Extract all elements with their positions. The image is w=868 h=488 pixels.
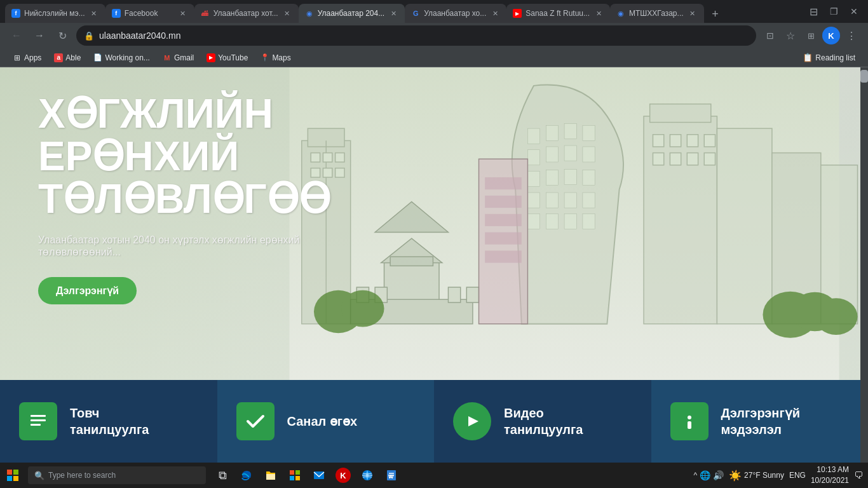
bookmark-maps[interactable]: 📍 Maps — [255, 51, 295, 64]
scrollbar[interactable] — [860, 67, 868, 463]
card-give-feedback[interactable]: Санал өгөх — [217, 380, 435, 463]
svg-rect-63 — [31, 415, 46, 417]
tab-7-close[interactable]: ✕ — [688, 8, 698, 18]
tray-network[interactable]: 🌐 — [700, 470, 710, 480]
notifications-icon[interactable]: 🗨 — [854, 470, 863, 480]
youtube-icon: ▶ — [207, 53, 215, 62]
svg-rect-20 — [564, 170, 576, 185]
forward-button[interactable]: → — [31, 27, 48, 44]
tab-3-close[interactable]: ✕ — [282, 8, 292, 18]
taskbar-app-k[interactable]: K — [332, 464, 355, 487]
taskbar-search-input[interactable] — [48, 471, 200, 480]
hero-cta-button[interactable]: Дэлгэрэнгүй — [38, 277, 137, 304]
card-4-label-line1: Дэлгэрэнгүй — [721, 405, 801, 421]
svg-rect-72 — [13, 476, 18, 481]
tab-4-close[interactable]: ✕ — [388, 8, 398, 18]
tab-1-favicon: f — [11, 9, 20, 18]
card-3-icon — [453, 402, 491, 440]
tray-expand[interactable]: ^ — [693, 471, 697, 480]
card-video-intro[interactable]: Видео танилцуулга — [434, 380, 651, 463]
svg-rect-36 — [670, 135, 681, 147]
chrome-browser: f Нийслэлийн мэ... ✕ f Facebook ✕ 🏙 Улаа… — [0, 0, 868, 67]
menu-icon[interactable]: ⋮ — [843, 27, 860, 44]
svg-rect-15 — [546, 147, 558, 162]
clock[interactable]: 10:13 AM 10/20/2021 — [811, 464, 849, 486]
tab-2[interactable]: f Facebook ✕ — [105, 4, 194, 23]
tab-2-title: Facebook — [125, 9, 174, 18]
bookmark-able[interactable]: a Able — [49, 51, 86, 64]
taskbar-word[interactable]: W — [380, 464, 403, 487]
tab-4[interactable]: ◉ Улаанбаатар 204... ✕ — [299, 4, 405, 23]
svg-rect-30 — [644, 116, 717, 324]
card-1-label-line1: Товч — [70, 405, 149, 421]
svg-rect-17 — [583, 147, 595, 162]
scrollbar-thumb[interactable] — [860, 70, 868, 83]
tab-1[interactable]: f Нийслэлийн мэ... ✕ — [5, 4, 105, 23]
refresh-button[interactable]: ↻ — [53, 27, 71, 44]
bookmark-gmail[interactable]: M Gmail — [158, 51, 199, 64]
tab-5[interactable]: G Улаанбаатар хо... ✕ — [405, 4, 506, 23]
tab-6-close[interactable]: ✕ — [593, 8, 604, 18]
profile-button[interactable]: K — [822, 27, 840, 44]
svg-rect-26 — [527, 214, 539, 229]
svg-rect-22 — [527, 193, 539, 208]
tab-3[interactable]: 🏙 Улаанбаатар хот... ✕ — [194, 4, 299, 23]
svg-rect-35 — [653, 135, 663, 147]
svg-rect-68 — [688, 421, 691, 429]
taskbar-search[interactable]: 🔍 — [28, 466, 206, 484]
bookmark-youtube[interactable]: ▶ YouTube — [201, 51, 253, 64]
taskbar-task-view[interactable]: ⧉ — [211, 464, 234, 487]
new-tab-button[interactable]: + — [707, 5, 724, 23]
window-minimize[interactable]: ⊟ — [804, 3, 822, 20]
extensions-icon[interactable]: ⊞ — [802, 27, 820, 44]
hero-title-line1: ХӨГЖЛИЙН — [38, 91, 273, 137]
working-icon: 📄 — [93, 53, 102, 62]
language-indicator[interactable]: ENG — [789, 471, 806, 480]
card-2-icon — [236, 402, 275, 440]
bookmarks-bar: ⊞ Apps a Able 📄 Working on... M Gmail ▶ … — [0, 48, 868, 67]
bookmark-apps[interactable]: ⊞ Apps — [8, 51, 46, 64]
svg-rect-41 — [687, 153, 698, 165]
svg-rect-27 — [546, 214, 558, 229]
card-brief-intro[interactable]: Товч танилцуулга — [0, 380, 217, 463]
address-bar: ← → ↻ 🔒 ulaanbaatar2040.mn ⊡ ☆ ⊞ K ⋮ — [0, 23, 868, 48]
card-3-label-line1: Видео — [504, 405, 583, 421]
back-button[interactable]: ← — [8, 27, 25, 44]
svg-rect-56 — [485, 233, 522, 245]
svg-rect-23 — [546, 193, 558, 208]
card-more-info[interactable]: Дэлгэрэнгүй мэдээлэл — [651, 380, 869, 463]
hero-section: ХӨГЖЛИЙН ЕРӨНХИЙ ТӨЛӨВЛӨГӨӨ Улаанбаатар … — [0, 67, 868, 463]
bookmark-icon[interactable]: ☆ — [782, 27, 799, 44]
tab-2-close[interactable]: ✕ — [178, 8, 188, 18]
svg-rect-69 — [7, 470, 12, 475]
taskbar-browser[interactable] — [356, 464, 379, 487]
taskbar-files[interactable] — [259, 464, 282, 487]
toolbar-actions: ⊡ ☆ ⊞ K ⋮ — [761, 27, 860, 44]
cards-row: Товч танилцуулга Санал өгөх — [0, 380, 868, 463]
tab-1-close[interactable]: ✕ — [89, 8, 99, 18]
tab-3-favicon: 🏙 — [201, 9, 210, 18]
tab-5-title: Улаанбаатар хо... — [424, 9, 486, 18]
cast-icon[interactable]: ⊡ — [761, 27, 779, 44]
tab-5-close[interactable]: ✕ — [490, 8, 500, 18]
tab-6[interactable]: ▶ Sanaa Z ft Rutuu... ✕ — [506, 4, 610, 23]
bookmark-gmail-label: Gmail — [174, 53, 194, 62]
reading-list-button[interactable]: 📋 Reading list — [797, 51, 860, 64]
apps-icon: ⊞ — [13, 53, 22, 62]
card-4-label-line2: мэдээлэл — [721, 421, 801, 438]
tray-volume[interactable]: 🔊 — [713, 470, 724, 480]
start-button[interactable] — [0, 463, 25, 488]
taskbar-mail[interactable] — [308, 464, 330, 487]
taskbar-store[interactable] — [283, 464, 306, 487]
bookmark-working[interactable]: 📄 Working on... — [88, 51, 154, 64]
clock-time: 10:13 AM — [811, 464, 849, 475]
svg-rect-38 — [704, 135, 715, 147]
tab-7[interactable]: ◉ МТШХХГазар... ✕ — [610, 4, 704, 23]
taskbar-edge[interactable] — [235, 464, 258, 487]
window-restore[interactable]: ❐ — [825, 3, 843, 20]
svg-rect-16 — [564, 146, 576, 161]
card-2-label: Санал өгөх — [287, 413, 358, 430]
window-close[interactable]: ✕ — [845, 3, 863, 20]
svg-rect-18 — [527, 171, 539, 186]
url-bar[interactable]: 🔒 ulaanbaatar2040.mn — [76, 25, 756, 46]
